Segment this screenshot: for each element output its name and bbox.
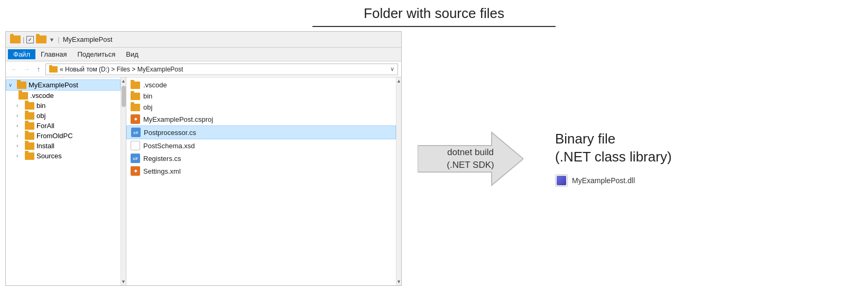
file-label-postprocessor: Postprocessor.cs [144,129,196,137]
title-bar: | ✓ ▼ | MyExamplePost [6,32,401,48]
menu-view[interactable]: Вид [121,49,144,59]
file-item-csproj[interactable]: ◆ MyExamplePost.csproj [126,113,396,125]
file-label-csproj: MyExamplePost.csproj [143,115,213,123]
title-arrow-icon: ▼ [49,37,54,43]
tree-folder-icon-sources [25,152,34,160]
window-title-text: MyExamplePost [63,35,113,43]
file-item-bin[interactable]: bin [126,91,396,102]
right-section: Binary file (.NET class library) MyExamp… [539,29,868,288]
title-separator2: | [58,35,59,43]
arrow-section: dotnet build (.NET SDK) [402,29,539,288]
tree-folder-icon-myexamplepost [17,82,26,89]
filelist-scroll-up-icon[interactable]: ▲ [396,78,401,84]
up-button[interactable]: ↑ [33,64,44,75]
menu-bar: Файл Главная Поделиться Вид [6,48,401,61]
tree-scrollbar[interactable]: ▲ ▼ [121,77,126,285]
file-item-vscode[interactable]: .vscode [126,79,396,91]
tree-folder-icon-install [25,142,34,150]
content-area: ∨ MyExamplePost .vscode [6,77,401,285]
address-path-text: « Новый том (D:) > Files > MyExamplePost [60,66,183,73]
forward-button[interactable]: → [21,64,32,75]
address-bar: ← → ↑ « Новый том (D:) > Files > MyExamp… [6,61,401,77]
dll-name-text: MyExamplePost.dll [572,176,635,185]
tree-item-obj[interactable]: › obj [6,111,121,121]
explorer-window: | ✓ ▼ | MyExamplePost Файл Главная Подел… [5,31,402,286]
tree-label-obj: obj [36,112,45,120]
address-box[interactable]: « Новый том (D:) > Files > MyExamplePost… [45,64,398,75]
tree-label-fromoldpc: FromOldPC [36,132,73,140]
file-folder-icon-bin [131,93,140,100]
tree-label-install: Install [36,142,54,150]
file-label-postschema: PostSchema.xsd [143,142,195,150]
scroll-down-icon[interactable]: ▼ [121,279,126,284]
tree-item-myexamplepost[interactable]: ∨ MyExamplePost [6,79,121,91]
file-list-panel: .vscode bin obj [126,77,396,285]
file-label-registers: Registers.cs [143,155,181,163]
dll-icon [555,174,568,187]
binary-title: Binary file (.NET class library) [555,130,672,166]
file-folder-icon-obj [131,104,140,111]
arrow-text: dotnet build (.NET SDK) [447,146,494,172]
title-separator: | [23,35,24,43]
tree-folder-icon-vscode [19,92,28,100]
address-dropdown-icon[interactable]: ∨ [390,66,394,73]
file-folder-icon-vscode [131,82,140,89]
file-item-postprocessor[interactable]: c# Postprocessor.cs [126,125,396,139]
tree-panel: ∨ MyExamplePost .vscode [6,77,126,285]
page-title: Folder with source files [312,0,556,27]
tree-item-forall[interactable]: › ForAll [6,121,121,131]
big-arrow: dotnet build (.NET SDK) [418,130,523,188]
menu-file[interactable]: Файл [8,49,35,59]
csproj-icon: ◆ [131,114,140,124]
file-label-vscode: .vscode [143,81,167,89]
title-folder2-icon [36,35,47,43]
tree-item-vscode[interactable]: .vscode [6,91,121,101]
back-button[interactable]: ← [9,64,20,75]
tree-label-forall: ForAll [36,122,54,130]
file-label-settings: Settings.xml [143,167,181,175]
xml-icon: ◆ [131,166,140,176]
cs-icon-registers: c# [131,154,140,163]
filelist-scroll-down-icon[interactable]: ▼ [396,279,401,284]
file-item-registers[interactable]: c# Registers.cs [126,152,396,165]
tree-item-sources[interactable]: › Sources [6,151,121,161]
file-item-obj[interactable]: obj [126,102,396,113]
cs-icon-postprocessor: c# [131,128,141,137]
xsd-icon [131,141,140,150]
menu-home[interactable]: Главная [35,49,72,59]
dll-item: MyExamplePost.dll [555,174,635,187]
tree-label-vscode: .vscode [30,92,54,100]
tree-item-bin[interactable]: › bin [6,101,121,111]
tree-folder-icon-forall [25,122,34,130]
filelist-scroll-indicator: ▲ ▼ [396,77,401,285]
scroll-thumb[interactable] [122,86,126,107]
title-folder-icon [10,35,21,43]
file-item-settings[interactable]: ◆ Settings.xml [126,165,396,177]
address-folder-icon [49,66,58,73]
tree-label-bin: bin [36,102,45,110]
file-label-obj: obj [143,103,152,111]
scroll-up-icon[interactable]: ▲ [121,78,126,84]
menu-share[interactable]: Поделиться [72,49,121,59]
file-label-bin: bin [143,92,152,100]
file-item-postschema[interactable]: PostSchema.xsd [126,139,396,152]
tree-folder-icon-fromoldpc [25,132,34,140]
tree-folder-icon-obj [25,112,34,120]
tree-folder-icon-bin [25,102,34,110]
title-check-icon: ✓ [26,36,34,43]
tree-label-sources: Sources [36,152,62,160]
tree-item-install[interactable]: › Install [6,141,121,151]
tree-item-fromoldpc[interactable]: › FromOldPC [6,131,121,141]
tree-label-myexamplepost: MyExamplePost [29,81,78,89]
